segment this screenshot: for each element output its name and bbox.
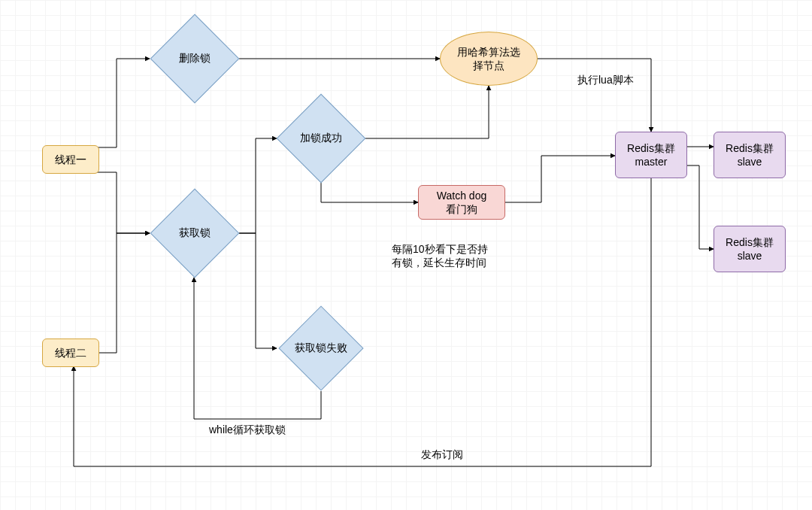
node-hash-select-label: 用哈希算法选 择节点 [457,45,520,72]
node-lock-success-label: 加锁成功 [300,132,342,145]
label-exec-lua: 执行lua脚本 [577,74,634,87]
node-lock-fail-label: 获取锁失败 [295,342,347,355]
label-pubsub: 发布订阅 [421,448,463,462]
diagram-canvas: 线程一 线程二 删除锁 获取锁 加锁成功 获取锁失败 用哈希算法选 择节点 Wa… [0,0,812,510]
node-redis-slave-2-label: Redis集群 slave [726,235,774,263]
node-thread-two-label: 线程二 [55,346,86,360]
node-hash-select: 用哈希算法选 择节点 [440,32,538,86]
node-redis-slave-2: Redis集群 slave [714,226,786,272]
node-thread-one-label: 线程一 [55,153,86,166]
node-thread-one: 线程一 [42,145,99,174]
label-watchdog-interval: 每隔10秒看下是否持 有锁，延长生存时间 [392,243,488,270]
node-delete-lock: 删除锁 [163,27,226,90]
node-redis-master: Redis集群 master [615,132,687,178]
node-thread-two: 线程二 [42,338,99,367]
node-watchdog-label: Watch dog 看门狗 [437,189,486,216]
node-delete-lock-label: 删除锁 [179,52,211,65]
node-watchdog: Watch dog 看门狗 [418,185,505,220]
node-redis-slave-1-label: Redis集群 slave [726,141,774,168]
node-acquire-lock-label: 获取锁 [179,226,211,240]
node-lock-fail: 获取锁失败 [291,318,351,378]
node-acquire-lock: 获取锁 [163,202,226,265]
node-redis-master-label: Redis集群 master [627,141,675,168]
node-redis-slave-1: Redis集群 slave [714,132,786,178]
node-lock-success: 加锁成功 [289,107,353,170]
label-while-loop: while循环获取锁 [209,423,286,437]
